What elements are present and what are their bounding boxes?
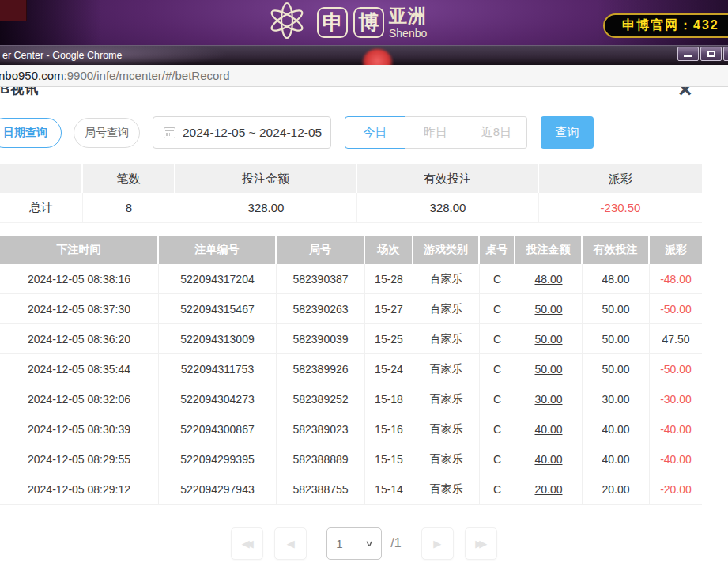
right-arrow-icon: ▶ [433,538,441,550]
last8days-button[interactable]: 近8日 [466,116,527,149]
pagination: ◀◀ ◀ 1 ∨ /1 ▶ ▶▶ [0,526,728,561]
cell-bet-time: 2024-12-05 08:32:06 [0,384,159,414]
address-bar[interactable]: nbo950.com:9900/infe/mcenter/#/betRecord [0,65,728,87]
summary-header-row: 笔数 投注金额 有效投注 派彩 [0,164,702,193]
summary-row-label: 总计 [0,193,83,222]
bet-amount-link[interactable]: 30.00 [515,384,583,414]
double-left-arrow-icon: ◀◀ [242,538,250,550]
today-button[interactable]: 今日 [345,116,405,149]
site-banner: 申 博 亚洲 Shenbo 申博官网：432 [0,0,728,45]
summary-header-blank [0,164,83,193]
table-row: 2024-12-05 08:38:16 522094317204 5823903… [0,264,702,294]
logo-latin: Shenbo [389,28,427,39]
first-page-button[interactable]: ◀◀ [231,527,263,560]
cell-session: 15-18 [365,384,413,414]
bet-amount-link[interactable]: 20.00 [515,474,583,504]
cell-round-no: 582389023 [277,414,365,444]
cell-game-type: 百家乐 [413,324,480,353]
cell-order-no: 522094300867 [159,414,277,444]
summary-bet-amount: 328.00 [175,193,357,222]
date-range-input[interactable]: 2024-12-05 ~ 2024-12-05 [153,116,331,149]
minimize-button[interactable] [677,47,699,61]
filter-bar: 日期查询 局号查询 2024-12-05 ~ 2024-12-05 今日 昨日 … [0,116,728,149]
quick-range-group: 今日 昨日 近8日 [345,116,527,149]
cell-game-type: 百家乐 [413,294,480,323]
bet-amount-link[interactable]: 50.00 [515,294,583,323]
cell-game-type: 百家乐 [413,264,480,293]
cell-session: 15-25 [365,324,413,353]
date-query-tab[interactable]: 日期查询 [0,118,62,148]
col-session: 场次 [365,236,413,264]
cell-round-no: 582388889 [277,444,365,474]
cell-session: 15-28 [365,264,413,293]
summary-header-bet-amount: 投注金额 [175,164,357,193]
cell-game-type: 百家乐 [413,414,480,444]
flower-icon [262,0,311,45]
official-site-button[interactable]: 申博官网：432 [603,13,728,38]
window-titlebar: er Center - Google Chrome [0,45,728,65]
page-total: /1 [390,536,401,550]
summary-valid-bet: 328.00 [357,193,539,222]
bet-amount-link[interactable]: 50.00 [515,354,583,384]
round-query-tab[interactable]: 局号查询 [74,118,140,148]
close-button[interactable] [723,47,728,61]
cell-session: 15-14 [365,474,413,504]
cell-payout: -50.00 [650,354,702,384]
cell-bet-time: 2024-12-05 08:38:16 [0,264,159,293]
prev-page-button[interactable]: ◀ [274,527,307,560]
cell-table-no: C [480,354,515,384]
cell-bet-time: 2024-12-05 08:30:39 [0,414,159,444]
next-page-button[interactable]: ▶ [421,527,454,560]
col-order-no: 注单编号 [159,236,277,264]
col-game-type: 游戏类别 [413,236,480,264]
bet-amount-link[interactable]: 48.00 [515,264,583,293]
summary-payout: -230.50 [539,193,702,222]
cell-valid-bet: 20.00 [583,474,650,504]
bet-table: 下注时间 注单编号 局号 场次 游戏类别 桌号 投注金额 有效投注 派彩 202… [0,236,702,505]
cell-game-type: 百家乐 [413,444,480,474]
cell-bet-time: 2024-12-05 08:29:12 [0,474,159,504]
bet-table-header: 下注时间 注单编号 局号 场次 游戏类别 桌号 投注金额 有效投注 派彩 [0,236,702,264]
cell-bet-time: 2024-12-05 08:36:20 [0,324,159,353]
cell-order-no: 522094317204 [159,264,277,293]
cell-order-no: 522094299395 [159,444,277,474]
col-table-no: 桌号 [480,236,515,264]
last-page-button[interactable]: ▶▶ [465,527,497,560]
date-range-value: 2024-12-05 ~ 2024-12-05 [183,126,322,140]
table-row: 2024-12-05 08:35:44 522094311753 5823899… [0,354,702,384]
cell-order-no: 522094313009 [159,324,277,353]
cell-round-no: 582390263 [277,294,365,323]
cell-valid-bet: 40.00 [583,414,650,444]
cell-round-no: 582389252 [277,384,365,414]
cell-round-no: 582388755 [277,474,365,504]
panel-close-icon[interactable]: × [678,87,692,103]
cell-game-type: 百家乐 [413,384,480,414]
search-button[interactable]: 查询 [541,116,594,149]
summary-table: 笔数 投注金额 有效投注 派彩 总计 8 328.00 328.00 -230.… [0,164,702,223]
maximize-button[interactable] [700,47,722,61]
cell-table-no: C [480,324,515,353]
table-row: 2024-12-05 08:29:12 522094297943 5823887… [0,474,702,505]
window-title: er Center - Google Chrome [2,50,122,61]
col-round-no: 局号 [277,236,365,264]
bet-table-body: 2024-12-05 08:38:16 522094317204 5823903… [0,264,702,505]
bet-amount-link[interactable]: 40.00 [515,444,583,474]
logo-region: 亚洲 [389,7,427,25]
logo-char-shen: 申 [317,7,348,38]
page-select[interactable]: 1 ∨ [326,527,382,560]
cell-table-no: C [480,474,515,504]
bet-record-panel: B视讯 × 日期查询 局号查询 2024-12-05 ~ 2024-12-05 … [0,87,728,582]
url-path: :9900/infe/mcenter/#/betRecord [64,69,230,82]
cell-payout: -40.00 [650,414,702,444]
url-host: nbo950.com [0,69,64,82]
summary-header-valid-bet: 有效投注 [357,164,539,193]
bet-amount-link[interactable]: 40.00 [515,414,583,444]
cell-table-no: C [480,414,515,444]
cell-round-no: 582390387 [277,264,365,293]
minimize-icon [684,55,692,57]
url-text: nbo950.com:9900/infe/mcenter/#/betRecord [0,69,230,82]
cell-valid-bet: 50.00 [583,354,650,384]
cell-table-no: C [480,444,515,474]
bet-amount-link[interactable]: 50.00 [515,324,583,353]
yesterday-button[interactable]: 昨日 [405,116,466,149]
